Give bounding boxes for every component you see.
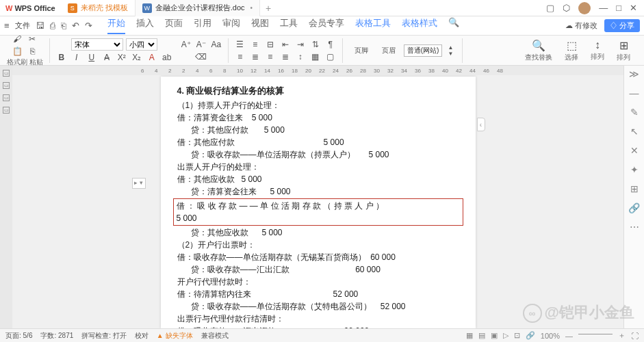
zoom-in-icon[interactable]: ＋ (618, 330, 626, 341)
maximize-button[interactable]: □ (616, 3, 621, 13)
shading-icon[interactable]: ▦ (310, 51, 321, 62)
spinner-up-icon[interactable]: ▲▼ (445, 45, 456, 56)
page-header-button[interactable]: 页眉 (376, 46, 401, 55)
page-style-select[interactable]: 普通(网站) (404, 44, 443, 57)
search-icon[interactable]: 🔍 (448, 17, 459, 34)
spellcheck-status[interactable]: 拼写检查: 打开 (81, 331, 127, 341)
multilevel-icon[interactable]: ⊟ (265, 39, 276, 50)
side-tab-handle[interactable]: ‹ (477, 118, 485, 131)
view-read-icon[interactable]: ▤ (478, 331, 485, 340)
proofing-status[interactable]: 校对 (135, 331, 149, 341)
horizontal-ruler[interactable]: 6422468101214161820222426283032343638404… (12, 66, 623, 75)
document-page[interactable]: ▸ ▾ ‹ 4. 商业银行结算业务的核算 （1）持票人开户行的处理： 借：清算资… (161, 77, 476, 328)
view-focus-icon[interactable]: ⊡ (514, 331, 520, 340)
file-menu[interactable]: 文件 (15, 21, 30, 31)
paste-icon[interactable]: 📋 (12, 46, 23, 57)
font-size-select[interactable]: 小四 (126, 38, 157, 51)
minimize-button[interactable]: ― (599, 3, 608, 13)
collapse-panel-icon[interactable]: ≫ (629, 68, 639, 79)
minus-icon[interactable]: ― (630, 88, 639, 98)
hamburger-icon[interactable]: ≡ (4, 21, 10, 31)
borders-icon[interactable]: ▢ (325, 51, 336, 62)
align-left-icon[interactable]: ≡ (235, 51, 246, 62)
tab-template[interactable]: S 来稻壳 找模板 (61, 0, 136, 16)
menu-review[interactable]: 审阅 (222, 17, 240, 34)
sort-icon[interactable]: ⇅ (310, 39, 321, 50)
close-button[interactable]: ✕ (630, 3, 637, 13)
menu-view[interactable]: 视图 (251, 17, 269, 34)
pencil-icon[interactable]: ✎ (630, 107, 639, 118)
bullets-icon[interactable]: ☰ (235, 39, 246, 50)
share-button[interactable]: ♢ 分享 (604, 19, 640, 32)
outdent-icon[interactable]: ⇤ (280, 39, 291, 50)
cursor-icon[interactable]: ↖ (630, 126, 639, 137)
font-color-icon[interactable]: A (146, 52, 157, 63)
avatar[interactable] (578, 2, 591, 14)
select-button[interactable]: ⬚选择 (559, 39, 584, 62)
copy-icon[interactable]: ⎘ (27, 46, 38, 57)
view-web-icon[interactable]: ▣ (491, 331, 498, 340)
highlight-icon[interactable]: ab (162, 52, 172, 63)
sub-icon[interactable]: X₂ (131, 52, 142, 63)
save-icon[interactable]: 🖫 (36, 21, 44, 31)
indent-icon[interactable]: ⇥ (295, 39, 306, 50)
thumb-page[interactable]: ▭ (3, 94, 10, 101)
find-replace-button[interactable]: 🔍查找替换 (519, 39, 558, 62)
menu-start[interactable]: 开始 (107, 17, 125, 34)
format-painter-icon[interactable]: 🖌 (12, 34, 23, 44)
undo-icon[interactable]: ↶ (72, 21, 79, 31)
redo-icon[interactable]: ↷ (85, 21, 92, 31)
thumb-page[interactable]: ▭ (3, 107, 10, 114)
thumb-page[interactable]: ▭ (3, 82, 10, 89)
bold-icon[interactable]: B (56, 52, 67, 63)
link-icon[interactable]: 🔗 (628, 202, 640, 213)
justify-icon[interactable]: ≣ (280, 51, 291, 62)
align-center-icon[interactable]: ≣ (250, 51, 261, 62)
menu-tablestyle[interactable]: 表格样式 (402, 17, 437, 34)
numbering-icon[interactable]: ≡ (250, 39, 261, 50)
print-icon[interactable]: ⎙ (50, 21, 55, 31)
change-case-icon[interactable]: Aa (211, 39, 222, 50)
super-icon[interactable]: X² (116, 52, 127, 63)
line-spacing-icon[interactable]: ↕ (295, 51, 306, 62)
layout-icon[interactable]: ⊞ (630, 183, 639, 194)
page-counter[interactable]: 页面: 5/6 (5, 331, 32, 341)
close-panel-icon[interactable]: ✕ (630, 145, 639, 156)
word-count[interactable]: 字数: 2871 (40, 331, 73, 341)
shrink-font-icon[interactable]: A⁻ (196, 39, 207, 50)
underline-icon[interactable]: U (86, 52, 97, 63)
view-print-icon[interactable]: ▦ (466, 331, 473, 340)
menu-ref[interactable]: 引用 (194, 17, 211, 34)
cut-icon[interactable]: ✂ (27, 34, 38, 44)
page-footer-button[interactable]: 页脚 (349, 46, 374, 55)
grow-font-icon[interactable]: A⁺ (181, 39, 192, 50)
menu-member[interactable]: 会员专享 (309, 17, 344, 34)
missing-font-warning[interactable]: ▲ 缺失字体 (157, 331, 193, 341)
lineheight-button[interactable]: ↕排列 (585, 39, 610, 62)
view-outline-icon[interactable]: ▷ (503, 331, 508, 340)
tab-document[interactable]: W 金融企业会计课程报告.doc • (136, 0, 260, 16)
menu-page[interactable]: 页面 (165, 17, 183, 34)
tab-add-button[interactable]: + (260, 3, 276, 14)
link-icon-status[interactable]: 🔗 (526, 331, 535, 340)
clear-format-icon[interactable]: ⌫ (196, 51, 207, 62)
sidebar-collapse-button[interactable]: ▸ ▾ (132, 178, 146, 189)
menu-tools[interactable]: 工具 (280, 17, 298, 34)
zoom-out-icon[interactable]: ― (565, 332, 573, 340)
preview-icon[interactable]: ⎗ (61, 21, 66, 31)
menu-insert[interactable]: 插入 (136, 17, 154, 34)
app-grid-icon[interactable]: ▢ (546, 3, 554, 13)
strike-icon[interactable]: A̶ (101, 52, 112, 63)
zoom-level[interactable]: 100% (541, 332, 560, 340)
zoom-slider[interactable] (578, 334, 613, 334)
font-name-select[interactable]: 宋体 (71, 38, 123, 51)
align-right-icon[interactable]: ≡ (265, 51, 276, 62)
more-icon[interactable]: ⋯ (630, 222, 639, 233)
thumb-page[interactable]: ▭ (3, 70, 10, 77)
menu-tabletools[interactable]: 表格工具 (355, 17, 391, 34)
sparkle-icon[interactable]: ✦ (630, 164, 639, 175)
cube-icon[interactable]: ⬡ (563, 3, 570, 13)
cloud-status[interactable]: ☁ 有修改 (565, 21, 597, 31)
arrange-button[interactable]: ⊞排列 (611, 39, 636, 62)
italic-icon[interactable]: I (71, 52, 82, 63)
